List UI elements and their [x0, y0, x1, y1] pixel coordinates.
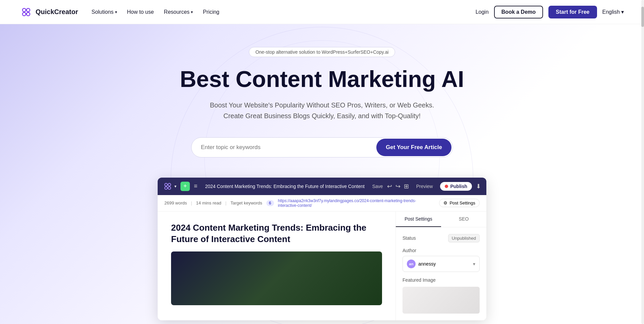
nav-item-howto[interactable]: How to use [127, 9, 154, 15]
undo-icon[interactable]: ↩ [387, 183, 392, 190]
publish-dot [445, 185, 448, 188]
tab-post-settings[interactable]: Post Settings [396, 212, 441, 227]
navbar-right: Login Book a Demo Start for Free English… [476, 6, 624, 18]
editor-content-area: 2024 Content Marketing Trends: Embracing… [158, 212, 396, 320]
toolbar-logo-chevron: ▾ [174, 184, 176, 189]
chevron-down-icon: ▾ [115, 10, 117, 14]
article-featured-image [171, 251, 382, 305]
language-selector[interactable]: English ▾ [602, 9, 624, 15]
editor-toolbar: ▾ + ≡ 2024 Content Marketing Trends: Emb… [158, 178, 486, 195]
tab-seo[interactable]: SEO [441, 212, 486, 227]
sidebar-tabs: Post Settings SEO [396, 212, 486, 227]
featured-image-label: Featured Image [402, 277, 480, 283]
nav-item-solutions[interactable]: Solutions ▾ [92, 9, 117, 15]
toolbar-save-button[interactable]: Save [372, 184, 383, 189]
navbar: QuickCreator Solutions ▾ How to use Reso… [0, 0, 644, 24]
sidebar-body: Status Unpublished Author an annessy ▾ F… [396, 227, 486, 320]
target-keywords-label: Target keywords [230, 200, 262, 205]
redo-icon[interactable]: ↪ [395, 183, 400, 190]
download-icon[interactable]: ⬇ [476, 183, 481, 190]
svg-point-2 [22, 12, 26, 16]
author-select-dropdown[interactable]: an annessy ▾ [402, 256, 480, 272]
editor-sidebar: Post Settings SEO Status Unpublished Aut… [396, 212, 486, 320]
author-row: Author an annessy ▾ [402, 248, 480, 272]
chevron-down-icon: ▾ [621, 9, 624, 15]
svg-point-11 [168, 187, 171, 189]
editor-body: 2024 Content Marketing Trends: Embracing… [158, 212, 486, 320]
hero-badge: One-stop alternative solution to WordPre… [249, 47, 395, 57]
svg-point-3 [26, 12, 30, 16]
featured-image-thumbnail [402, 287, 480, 314]
layout-icon[interactable]: ⊞ [404, 183, 409, 190]
scrollbar-thumb[interactable] [641, 7, 644, 27]
status-label: Status [402, 235, 416, 241]
start-free-button[interactable]: Start for Free [548, 6, 597, 18]
logo-icon [20, 6, 32, 18]
post-settings-button[interactable]: ⚙ Post Settings [439, 199, 480, 207]
settings-icon: ⚙ [443, 200, 447, 205]
book-demo-button[interactable]: Book a Demo [494, 6, 543, 18]
article-title: 2024 Content Marketing Trends: Embracing… [171, 222, 382, 245]
search-bar: Get Your Free Article [191, 137, 453, 157]
status-badge: Unpublished [448, 234, 480, 242]
editor-preview: ▾ + ≡ 2024 Content Marketing Trends: Emb… [158, 178, 486, 320]
scrollbar[interactable] [641, 0, 644, 324]
read-time: 14 mins read [196, 200, 221, 205]
toolbar-add-button[interactable]: + [180, 182, 190, 191]
logo-text: QuickCreator [36, 8, 78, 16]
logo[interactable]: QuickCreator [20, 6, 78, 18]
author-avatar: an [407, 260, 416, 268]
hero-section: One-stop alternative solution to WordPre… [0, 0, 644, 324]
svg-point-0 [22, 8, 26, 12]
svg-point-8 [165, 183, 167, 186]
nav-item-resources[interactable]: Resources ▾ [164, 9, 193, 15]
login-button[interactable]: Login [476, 9, 489, 15]
hero-title: Best Content Marketing AI [180, 66, 464, 92]
author-label: Author [402, 248, 480, 253]
toolbar-icons: ↩ ↪ ⊞ [387, 183, 409, 190]
toolbar-doc-title: 2024 Content Marketing Trends: Embracing… [202, 184, 368, 189]
navbar-left: QuickCreator Solutions ▾ How to use Reso… [20, 6, 219, 18]
preview-button[interactable]: Preview [413, 182, 436, 190]
publish-button[interactable]: Publish [440, 182, 472, 191]
editor-meta: 2699 words | 14 mins read | Target keywo… [158, 195, 486, 212]
get-article-button[interactable]: Get Your Free Article [376, 139, 451, 156]
svg-point-1 [26, 8, 30, 12]
article-url[interactable]: https://aaapa2rrk3w3nf7y.mylandingpages.… [278, 198, 435, 208]
nav-item-pricing[interactable]: Pricing [203, 9, 219, 15]
svg-point-10 [165, 187, 167, 189]
author-chevron-icon: ▾ [473, 261, 475, 267]
svg-point-9 [168, 183, 171, 186]
chevron-down-icon: ▾ [191, 10, 193, 14]
toolbar-grid-icon: ≡ [194, 183, 198, 190]
keywords-count-badge: 6 [266, 200, 274, 206]
word-count: 2699 words [164, 200, 187, 205]
author-name: annessy [418, 261, 436, 267]
nav-links: Solutions ▾ How to use Resources ▾ Prici… [92, 9, 219, 15]
status-row: Status Unpublished [402, 234, 480, 242]
toolbar-logo-icon [163, 182, 172, 191]
toolbar-logo: ▾ [163, 182, 176, 191]
hero-subtitle: Boost Your Website's Popularity Without … [210, 100, 434, 121]
featured-image-section: Featured Image [402, 277, 480, 314]
